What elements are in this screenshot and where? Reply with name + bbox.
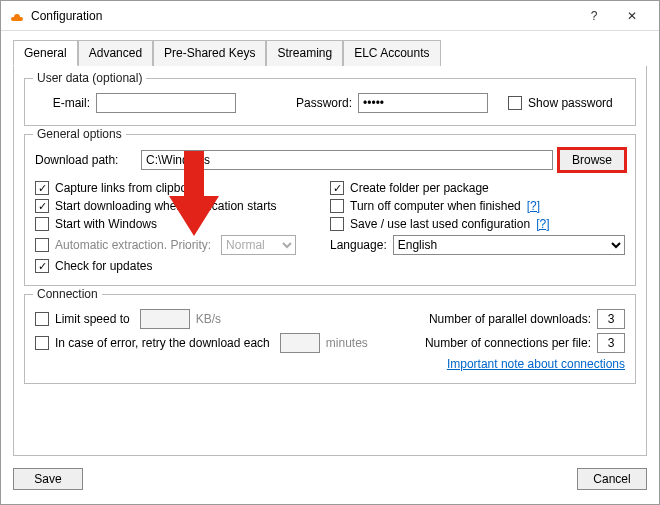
parallel-label: Number of parallel downloads: — [429, 312, 591, 326]
password-field[interactable] — [358, 93, 488, 113]
close-button[interactable]: ✕ — [613, 2, 651, 30]
email-field[interactable] — [96, 93, 236, 113]
check-updates-label: Check for updates — [55, 259, 152, 273]
check-updates-checkbox[interactable] — [35, 259, 49, 273]
auto-extract-label: Automatic extraction. Priority: — [55, 238, 211, 252]
saveconfig-help-link[interactable]: [?] — [536, 217, 549, 231]
app-icon — [9, 8, 25, 24]
turnoff-checkbox[interactable] — [330, 199, 344, 213]
connections-per-file-field[interactable] — [597, 333, 625, 353]
tab-page-general: User data (optional) E-mail: Password: S… — [13, 66, 647, 456]
auto-extract-checkbox[interactable] — [35, 238, 49, 252]
window-title: Configuration — [31, 9, 575, 23]
parallel-downloads-field[interactable] — [597, 309, 625, 329]
limit-speed-checkbox[interactable] — [35, 312, 49, 326]
bottom-bar: Save Cancel — [1, 460, 659, 498]
language-select[interactable]: English — [393, 235, 625, 255]
tab-general[interactable]: General — [13, 40, 78, 66]
group-user-data: User data (optional) E-mail: Password: S… — [24, 78, 636, 126]
group-connection: Connection Limit speed to KB/s Number of… — [24, 294, 636, 384]
create-folder-checkbox[interactable] — [330, 181, 344, 195]
kbs-label: KB/s — [196, 312, 221, 326]
create-folder-label: Create folder per package — [350, 181, 489, 195]
start-windows-checkbox[interactable] — [35, 217, 49, 231]
capture-links-label: Capture links from clipboard — [55, 181, 204, 195]
tab-streaming[interactable]: Streaming — [266, 40, 343, 66]
download-path-field[interactable] — [141, 150, 553, 170]
limit-speed-label: Limit speed to — [55, 312, 130, 326]
start-windows-label: Start with Windows — [55, 217, 157, 231]
turnoff-label: Turn off computer when finished — [350, 199, 521, 213]
email-label: E-mail: — [35, 96, 90, 110]
saveconfig-checkbox[interactable] — [330, 217, 344, 231]
browse-button[interactable]: Browse — [559, 149, 625, 171]
save-button[interactable]: Save — [13, 468, 83, 490]
turnoff-help-link[interactable]: [?] — [527, 199, 540, 213]
perfile-label: Number of connections per file: — [425, 336, 591, 350]
help-button[interactable]: ? — [575, 2, 613, 30]
titlebar: Configuration ? ✕ — [1, 1, 659, 31]
start-downloading-checkbox[interactable] — [35, 199, 49, 213]
priority-select: Normal — [221, 235, 296, 255]
retry-label: In case of error, retry the download eac… — [55, 336, 270, 350]
minutes-label: minutes — [326, 336, 368, 350]
language-label: Language: — [330, 238, 387, 252]
options-right-column: Create folder per package Turn off compu… — [330, 177, 625, 277]
legend-user-data: User data (optional) — [33, 71, 146, 85]
tab-elc[interactable]: ELC Accounts — [343, 40, 440, 66]
retry-checkbox[interactable] — [35, 336, 49, 350]
group-general-options: General options Download path: Browse Ca… — [24, 134, 636, 286]
legend-connection: Connection — [33, 287, 102, 301]
tab-advanced[interactable]: Advanced — [78, 40, 153, 66]
cancel-button[interactable]: Cancel — [577, 468, 647, 490]
legend-general-options: General options — [33, 127, 126, 141]
tab-preshared[interactable]: Pre-Shared Keys — [153, 40, 266, 66]
tabs: General Advanced Pre-Shared Keys Streami… — [13, 40, 647, 67]
start-downloading-label: Start downloading when application start… — [55, 199, 276, 213]
download-path-label: Download path: — [35, 153, 135, 167]
capture-links-checkbox[interactable] — [35, 181, 49, 195]
limit-speed-field — [140, 309, 190, 329]
options-left-column: Capture links from clipboard Start downl… — [35, 177, 330, 277]
show-password-label: Show password — [528, 96, 613, 110]
saveconfig-label: Save / use last used configuration — [350, 217, 530, 231]
show-password-checkbox[interactable] — [508, 96, 522, 110]
password-label: Password: — [296, 96, 352, 110]
connections-note-link[interactable]: Important note about connections — [447, 357, 625, 371]
content-area: General Advanced Pre-Shared Keys Streami… — [1, 31, 659, 460]
retry-minutes-field — [280, 333, 320, 353]
